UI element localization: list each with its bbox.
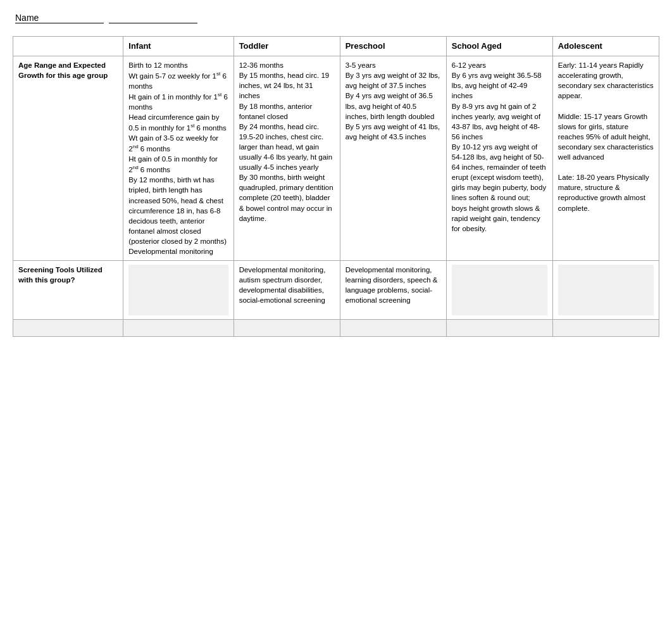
screening-school-aged-text xyxy=(452,265,547,315)
screening-preschool: Developmental monitoring, learning disor… xyxy=(340,261,446,320)
header-infant: Infant xyxy=(123,37,233,56)
header-toddler: Toddler xyxy=(233,37,340,56)
header-school-aged: School Aged xyxy=(446,37,552,56)
growth-row: Age Range and Expected Growth for this a… xyxy=(13,56,659,261)
header-preschool: Preschool xyxy=(340,37,446,56)
bottom-row xyxy=(13,320,659,337)
screening-label: Screening Tools Utilized with this group… xyxy=(13,261,123,320)
main-table: Infant Toddler Preschool School Aged Ado… xyxy=(13,36,659,337)
header-row: Infant Toddler Preschool School Aged Ado… xyxy=(13,37,659,56)
screening-adolescent xyxy=(552,261,659,320)
growth-toddler: 12-36 months By 15 months, head circ. 19… xyxy=(233,56,340,261)
growth-school-aged: 6-12 years By 6 yrs avg weight 36.5-58 l… xyxy=(446,56,552,261)
growth-preschool-text: 3-5 years By 3 yrs avg weight of 32 lbs,… xyxy=(345,61,440,141)
screening-infant-text xyxy=(128,265,228,315)
bottom-infant xyxy=(123,320,233,337)
growth-adolescent-text: Early: 11-14 years Rapidly accelerating … xyxy=(558,61,654,211)
growth-preschool: 3-5 years By 3 yrs avg weight of 32 lbs,… xyxy=(340,56,446,261)
name-label: Name xyxy=(15,13,104,23)
growth-toddler-text: 12-36 months By 15 months, head circ. 19… xyxy=(239,61,333,222)
screening-adolescent-text xyxy=(558,265,654,315)
screening-preschool-text: Developmental monitoring, learning disor… xyxy=(345,266,438,304)
growth-infant-text: Birth to 12 months Wt gain 5-7 oz weekly… xyxy=(128,61,227,255)
growth-label: Age Range and Expected Growth for this a… xyxy=(13,56,123,261)
bottom-label xyxy=(13,320,123,337)
header-empty xyxy=(13,37,123,56)
screening-toddler: Developmental monitoring, autism spectru… xyxy=(233,261,340,320)
name-underline xyxy=(109,13,197,23)
growth-adolescent: Early: 11-14 years Rapidly accelerating … xyxy=(552,56,659,261)
screening-row: Screening Tools Utilized with this group… xyxy=(13,261,659,320)
screening-school-aged xyxy=(446,261,552,320)
screening-infant xyxy=(123,261,233,320)
bottom-preschool xyxy=(340,320,446,337)
growth-infant: Birth to 12 months Wt gain 5-7 oz weekly… xyxy=(123,56,233,261)
bottom-toddler xyxy=(233,320,340,337)
screening-toddler-text: Developmental monitoring, autism spectru… xyxy=(239,266,326,304)
bottom-school-aged xyxy=(446,320,552,337)
bottom-adolescent xyxy=(552,320,659,337)
name-line: Name xyxy=(13,13,659,23)
header-adolescent: Adolescent xyxy=(552,37,659,56)
growth-school-aged-text: 6-12 years By 6 yrs avg weight 36.5-58 l… xyxy=(452,61,546,232)
